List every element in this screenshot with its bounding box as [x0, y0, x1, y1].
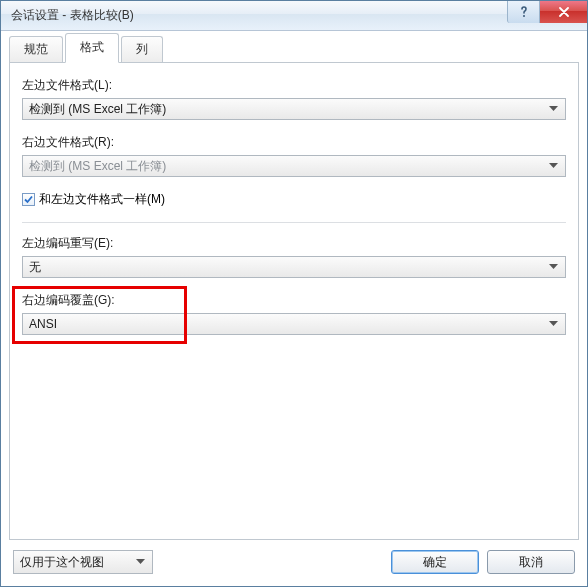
chevron-down-icon — [545, 106, 561, 112]
right-encoding-group: 右边编码覆盖(G): ANSI — [22, 292, 566, 335]
ok-label: 确定 — [423, 554, 447, 571]
right-encoding-value: ANSI — [29, 317, 545, 331]
same-as-left-label: 和左边文件格式一样(M) — [39, 191, 165, 208]
left-format-value: 检测到 (MS Excel 工作簿) — [29, 101, 545, 118]
right-format-label: 右边文件格式(R): — [22, 134, 566, 151]
ok-button[interactable]: 确定 — [391, 550, 479, 574]
window-controls — [507, 1, 587, 23]
left-encoding-label: 左边编码重写(E): — [22, 235, 566, 252]
help-icon — [519, 6, 529, 18]
chevron-down-icon — [545, 163, 561, 169]
close-button[interactable] — [539, 1, 587, 23]
left-encoding-group: 左边编码重写(E): 无 — [22, 235, 566, 278]
dialog-window: 会话设置 - 表格比较(B) 规范 格式 列 左边文件格式(L): — [0, 0, 588, 587]
tab-strip: 规范 格式 列 — [9, 37, 579, 63]
cancel-label: 取消 — [519, 554, 543, 571]
chevron-down-icon — [545, 264, 561, 270]
tab-spec[interactable]: 规范 — [9, 36, 63, 63]
same-as-left-checkbox[interactable] — [22, 193, 35, 206]
left-encoding-combo[interactable]: 无 — [22, 256, 566, 278]
right-format-group: 右边文件格式(R): 检测到 (MS Excel 工作簿) — [22, 134, 566, 177]
dialog-body: 规范 格式 列 左边文件格式(L): 检测到 (MS Excel 工作簿) 右边… — [1, 31, 587, 586]
cancel-button[interactable]: 取消 — [487, 550, 575, 574]
tab-columns[interactable]: 列 — [121, 36, 163, 63]
scope-combo[interactable]: 仅用于这个视图 — [13, 550, 153, 574]
close-icon — [558, 7, 570, 17]
window-title: 会话设置 - 表格比较(B) — [11, 7, 134, 24]
svg-point-0 — [523, 15, 525, 17]
right-encoding-label: 右边编码覆盖(G): — [22, 292, 566, 309]
right-format-combo: 检测到 (MS Excel 工作簿) — [22, 155, 566, 177]
right-format-value: 检测到 (MS Excel 工作簿) — [29, 158, 545, 175]
help-button[interactable] — [507, 1, 539, 23]
dialog-footer: 仅用于这个视图 确定 取消 — [9, 540, 579, 576]
left-encoding-value: 无 — [29, 259, 545, 276]
check-icon — [23, 194, 34, 205]
right-encoding-combo[interactable]: ANSI — [22, 313, 566, 335]
format-pane: 左边文件格式(L): 检测到 (MS Excel 工作簿) 右边文件格式(R):… — [9, 63, 579, 540]
chevron-down-icon — [132, 559, 148, 565]
scope-value: 仅用于这个视图 — [20, 554, 132, 571]
same-as-left-checkbox-row[interactable]: 和左边文件格式一样(M) — [22, 191, 566, 208]
divider — [22, 222, 566, 223]
left-format-label: 左边文件格式(L): — [22, 77, 566, 94]
tab-format[interactable]: 格式 — [65, 33, 119, 63]
chevron-down-icon — [545, 321, 561, 327]
left-format-group: 左边文件格式(L): 检测到 (MS Excel 工作簿) — [22, 77, 566, 120]
titlebar: 会话设置 - 表格比较(B) — [1, 1, 587, 31]
left-format-combo[interactable]: 检测到 (MS Excel 工作簿) — [22, 98, 566, 120]
